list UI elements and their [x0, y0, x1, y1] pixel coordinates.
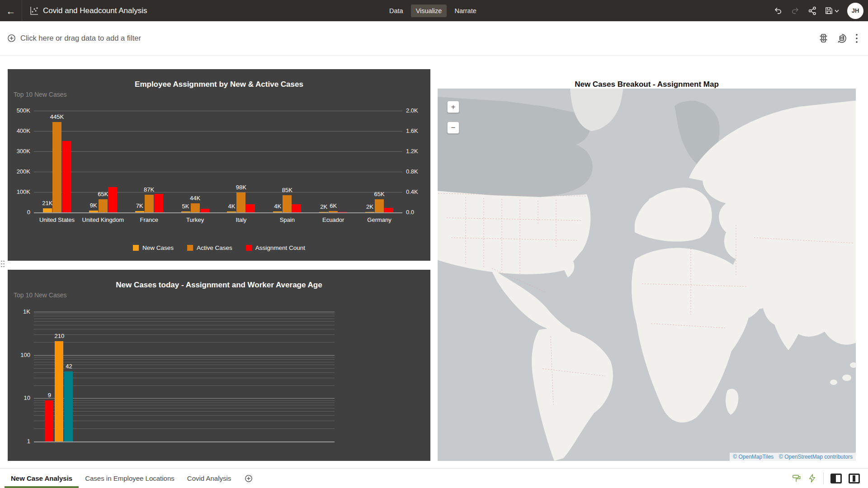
- redo-icon[interactable]: [788, 3, 803, 19]
- touch-refresh-icon[interactable]: [792, 474, 801, 483]
- canvas-tab-covid-analysis[interactable]: Covid Analysis: [181, 469, 238, 488]
- gridline: [34, 212, 402, 213]
- minor-gridline: [34, 408, 335, 408]
- bar-new-cases[interactable]: [55, 341, 63, 441]
- legend-item-new-cases[interactable]: New Cases: [133, 244, 174, 251]
- bar-new-cases[interactable]: [181, 211, 190, 212]
- header-divider: [22, 0, 22, 21]
- bar-active-cases[interactable]: [52, 122, 61, 212]
- tab-visualize[interactable]: Visualize: [411, 5, 447, 17]
- map-area[interactable]: + − © OpenMapTiles © OpenStreetMap contr…: [438, 89, 856, 461]
- panel-resize-handle[interactable]: [0, 260, 5, 268]
- save-icon[interactable]: [822, 3, 842, 19]
- chart2-subtitle: Top 10 New Cases: [14, 291, 67, 299]
- minor-gridline: [34, 421, 335, 421]
- chart-assignment-map: New Cases Breakout - Assignment Map: [438, 68, 856, 461]
- map-zoom-in-button[interactable]: +: [447, 101, 459, 113]
- bar-active-cases[interactable]: [283, 195, 292, 212]
- legend-label: Active Cases: [197, 244, 232, 251]
- bar-active-cases[interactable]: [375, 199, 384, 212]
- bar-new-cases[interactable]: [227, 211, 236, 212]
- add-filter-button[interactable]: Click here or drag data to add a filter: [7, 34, 141, 42]
- category-label: Spain: [262, 216, 312, 224]
- category-label: United Kingdom: [78, 216, 128, 224]
- tab-narrate[interactable]: Narrate: [449, 5, 481, 17]
- bar-value-label: 42: [53, 363, 85, 370]
- page-title: Covid and Headcount Analysis: [43, 6, 147, 15]
- bar-assignment-count[interactable]: [62, 141, 71, 212]
- limit-values-icon[interactable]: [818, 33, 828, 44]
- bar-new-cases[interactable]: [135, 211, 144, 212]
- minor-gridline: [34, 357, 335, 357]
- bar-new-cases[interactable]: [43, 208, 52, 212]
- data-sets-icon[interactable]: [836, 33, 847, 44]
- bar-assignment-count[interactable]: [108, 187, 117, 212]
- share-icon[interactable]: [805, 3, 820, 19]
- legend-item-assignment-count[interactable]: Assignment Count: [246, 244, 305, 251]
- category-label: Turkey: [170, 216, 220, 224]
- canvas-tab-cases-in-employee-locations[interactable]: Cases in Employee Locations: [79, 469, 181, 488]
- bar-assignment-count[interactable]: [154, 194, 163, 212]
- layout-panel-center-icon[interactable]: [849, 474, 860, 483]
- axis-tick-right: 0.8K: [406, 168, 429, 175]
- axis-tick-left: 200K: [8, 168, 30, 175]
- gridline: [34, 111, 402, 111]
- bar-active-cases[interactable]: [191, 203, 200, 212]
- minor-gridline: [34, 400, 335, 401]
- chart-new-cases-today: New Cases today - Assignment and Worker …: [8, 270, 430, 461]
- axis-tick-right: 0.4K: [406, 188, 429, 195]
- minor-gridline: [34, 329, 335, 329]
- layout-panel-left-icon[interactable]: [830, 474, 842, 483]
- bar-value-label: 6K: [317, 202, 349, 209]
- minor-gridline: [34, 334, 335, 335]
- plus-circle-icon: [7, 34, 16, 42]
- category-label: United States: [32, 216, 82, 224]
- axis-tick-left: 100K: [8, 188, 30, 195]
- map-attribution: © OpenMapTiles © OpenStreetMap contribut…: [730, 453, 856, 461]
- gridline: [34, 355, 335, 356]
- bar-assignment-count[interactable]: [45, 400, 53, 441]
- openmaptiles-link[interactable]: © OpenMapTiles: [733, 454, 774, 460]
- add-canvas-button[interactable]: [242, 469, 255, 488]
- gridline: [34, 398, 335, 399]
- axis-tick-left: 1: [8, 438, 30, 445]
- chart1-legend: New CasesActive CasesAssignment Count: [8, 244, 430, 251]
- bar-active-cases[interactable]: [99, 199, 108, 212]
- openstreetmap-link[interactable]: © OpenStreetMap contributors: [779, 454, 853, 460]
- minor-gridline: [34, 319, 335, 319]
- bar-new-cases[interactable]: [365, 212, 374, 212]
- bar-assignment-count[interactable]: [338, 212, 347, 212]
- bar-active-cases[interactable]: [145, 195, 154, 212]
- bar-assignment-count[interactable]: [384, 208, 393, 212]
- bar-new-cases[interactable]: [273, 211, 282, 212]
- canvas-tab-new-case-analysis[interactable]: New Case Analysis: [5, 469, 79, 488]
- minor-gridline: [34, 428, 335, 429]
- map-zoom-out-button[interactable]: −: [447, 122, 459, 134]
- back-button[interactable]: ←: [0, 0, 22, 21]
- chart2-title: New Cases today - Assignment and Worker …: [8, 281, 430, 290]
- category-label: France: [124, 216, 174, 224]
- undo-icon[interactable]: [770, 3, 786, 19]
- tab-data[interactable]: Data: [384, 5, 408, 17]
- bar-average-worker-age[interactable]: [64, 371, 73, 441]
- canvas-bar-actions: [792, 469, 868, 488]
- minor-gridline: [34, 359, 335, 360]
- bar-new-cases[interactable]: [319, 212, 328, 212]
- workbook-chart-icon: [29, 6, 39, 16]
- bar-assignment-count[interactable]: [246, 204, 255, 212]
- auto-apply-icon[interactable]: [808, 474, 816, 483]
- bar-active-cases[interactable]: [329, 211, 338, 212]
- bar-active-cases[interactable]: [236, 192, 245, 212]
- bar-assignment-count[interactable]: [200, 209, 209, 212]
- bar-assignment-count[interactable]: [292, 204, 301, 212]
- canvas-bar-divider: [823, 473, 824, 484]
- kebab-menu-icon[interactable]: [855, 33, 858, 43]
- bar-new-cases[interactable]: [89, 211, 98, 212]
- legend-swatch: [133, 245, 139, 251]
- avatar[interactable]: JH: [847, 3, 863, 19]
- minor-gridline: [34, 372, 335, 373]
- axis-tick-left: 500K: [8, 107, 30, 114]
- legend-item-active-cases[interactable]: Active Cases: [187, 244, 232, 251]
- chart1-subtitle: Top 10 New Cases: [14, 91, 67, 98]
- map-title: New Cases Breakout - Assignment Map: [438, 80, 856, 89]
